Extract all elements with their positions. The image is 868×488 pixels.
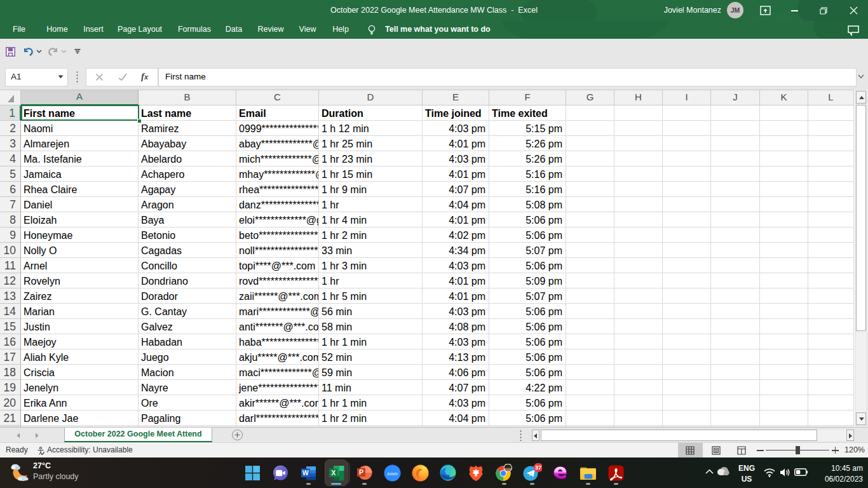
svg-text:P: P (358, 468, 363, 476)
svg-text:X: X (331, 469, 336, 477)
svg-text:37: 37 (534, 464, 541, 471)
svg-text:zoom: zoom (387, 471, 398, 475)
svg-text:W: W (302, 469, 308, 477)
